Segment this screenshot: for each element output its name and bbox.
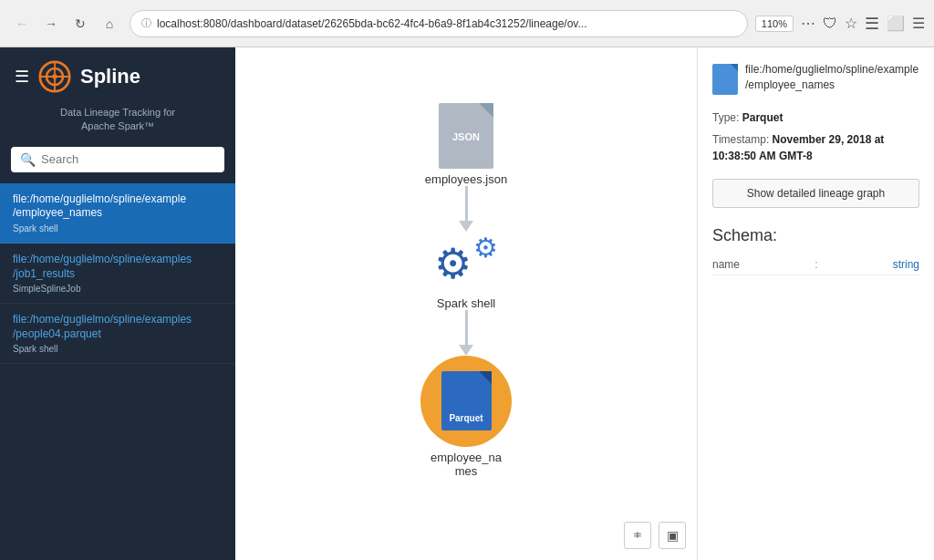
parquet-file-icon: Parquet	[441, 371, 492, 430]
graph-controls: ⧧ ▣	[624, 522, 686, 549]
panel-type-label: Type:	[712, 111, 739, 124]
forward-button[interactable]: →	[38, 11, 64, 36]
panel-timestamp-row: Timestamp: November 29, 2018 at 10:38:50…	[712, 131, 919, 164]
menu-icon[interactable]: ☰	[912, 15, 925, 32]
panel-type-row: Type: Parquet	[712, 109, 919, 126]
more-icon[interactable]: ⋯	[801, 15, 815, 32]
browser-chrome: ← → ↻ ⌂ ⓘ localhost:8080/dashboard/datas…	[0, 0, 934, 47]
hamburger-button[interactable]: ☰	[15, 67, 29, 87]
sidebar-subtitle: Data Lineage Tracking for Apache Spark™	[0, 106, 235, 147]
split-view-icon[interactable]: ⬜	[887, 15, 905, 32]
file-body: JSON	[439, 103, 493, 169]
sidebar-search[interactable]: 🔍	[11, 147, 224, 172]
panel-file-corner	[731, 64, 738, 71]
arrow-1	[459, 186, 473, 232]
sidebar-item-sub-0: Spark shell	[13, 223, 223, 233]
search-icon: 🔍	[20, 152, 36, 167]
main-content: JSON employees.json ⚙ ⚙ Spark shell	[235, 47, 934, 560]
shield-icon: 🛡	[823, 16, 837, 32]
panel-timestamp-label: Timestamp:	[712, 133, 769, 146]
gear-large-icon: ⚙	[434, 239, 472, 288]
zoom-badge: 110%	[755, 16, 794, 32]
parquet-output-node: Parquet employee_na mes	[420, 356, 512, 478]
star-icon[interactable]: ☆	[845, 15, 857, 32]
parquet-circle: Parquet	[420, 356, 512, 447]
address-bar[interactable]: ⓘ localhost:8080/dashboard/dataset/26265…	[130, 10, 748, 37]
panel-meta: Type: Parquet Timestamp: November 29, 20…	[712, 109, 919, 164]
json-source-node: JSON employees.json	[425, 103, 507, 186]
home-button[interactable]: ⌂	[97, 11, 122, 36]
sidebar-list: file:/home/guglielmo/spline/example /emp…	[0, 183, 235, 560]
sidebar-item-0[interactable]: file:/home/guglielmo/spline/example /emp…	[0, 183, 235, 244]
panel-file-header: file:/home/guglielmo/spline/example /emp…	[712, 62, 919, 95]
sidebar-item-title-2: file:/home/guglielmo/spline/examples /pe…	[13, 313, 223, 341]
fullscreen-button[interactable]: ⧧	[624, 522, 651, 549]
json-file-icon: JSON	[439, 103, 493, 169]
sidebar-item-title-0: file:/home/guglielmo/spline/example /emp…	[13, 192, 223, 221]
sidebar-item-sub-1: SimpleSplineJob	[13, 284, 223, 294]
json-label: JSON	[452, 131, 480, 142]
schema-title: Schema:	[712, 226, 919, 245]
logo-text: Spline	[80, 65, 140, 88]
refresh-button[interactable]: ↻	[67, 11, 93, 36]
gear-small-icon: ⚙	[473, 232, 498, 264]
url-text: localhost:8080/dashboard/dataset/26265bd…	[157, 17, 736, 30]
spark-transform-node: ⚙ ⚙ Spark shell	[434, 232, 498, 310]
json-node-label: employees.json	[425, 172, 507, 186]
library-icon[interactable]: ☰	[865, 14, 879, 34]
schema-field-name: name	[712, 258, 740, 271]
back-button[interactable]: ←	[9, 11, 35, 36]
spark-node-label: Spark shell	[437, 296, 495, 310]
sidebar-item-title-1: file:/home/guglielmo/spline/examples /jo…	[13, 253, 223, 281]
parquet-node-label: employee_na mes	[431, 451, 502, 478]
parquet-format-label: Parquet	[449, 413, 483, 423]
sidebar-logo: ☰ Spline	[0, 47, 235, 106]
arrow-2	[459, 310, 473, 356]
show-lineage-button[interactable]: Show detailed lineage graph	[712, 179, 919, 208]
file-corner-fold	[479, 103, 493, 118]
panel-file-icon	[712, 64, 738, 95]
browser-actions: ⋯ 🛡 ☆ ☰ ⬜ ☰	[801, 14, 925, 34]
graph-area: JSON employees.json ⚙ ⚙ Spark shell	[235, 47, 697, 560]
parquet-file-corner	[479, 371, 492, 384]
lock-icon: ⓘ	[141, 16, 151, 30]
app-container: ☰ Spline Data Lineage Tracking for Apach…	[0, 47, 934, 560]
panel-type-value: Parquet	[742, 111, 784, 124]
schema-field-type: string	[893, 258, 919, 271]
panel-file-path: file:/home/guglielmo/spline/example /emp…	[745, 62, 918, 93]
sidebar-item-sub-2: Spark shell	[13, 344, 223, 354]
sidebar-item-1[interactable]: file:/home/guglielmo/spline/examples /jo…	[0, 244, 235, 304]
copy-button[interactable]: ▣	[659, 522, 686, 549]
sidebar: ☰ Spline Data Lineage Tracking for Apach…	[0, 47, 235, 560]
schema-colon: :	[815, 258, 817, 271]
lineage-graph: JSON employees.json ⚙ ⚙ Spark shell	[420, 103, 512, 478]
schema-row-0: name : string	[712, 254, 919, 275]
sidebar-item-2[interactable]: file:/home/guglielmo/spline/examples /pe…	[0, 304, 235, 364]
search-input[interactable]	[41, 152, 215, 166]
gears-icon: ⚙ ⚙	[434, 232, 498, 291]
nav-buttons: ← → ↻ ⌂	[9, 11, 122, 36]
right-panel: file:/home/guglielmo/spline/example /emp…	[697, 47, 934, 560]
spline-logo-icon	[38, 60, 71, 93]
